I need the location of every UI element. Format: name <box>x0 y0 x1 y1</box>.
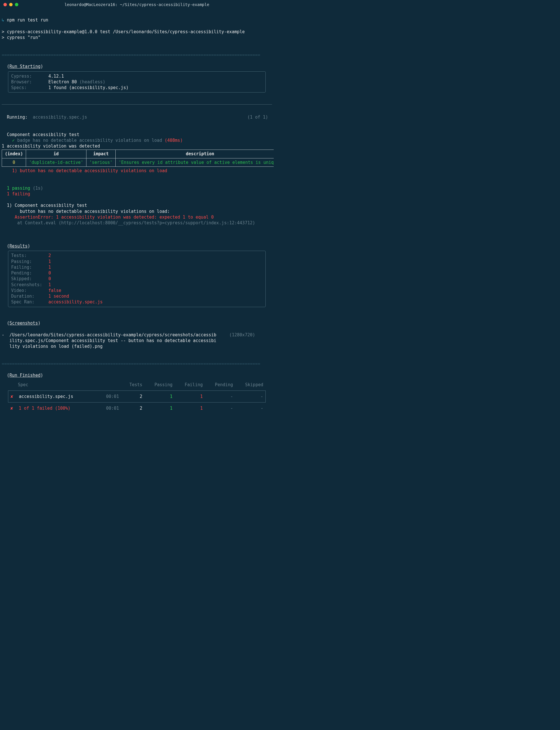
env-value: 4.12.1 <box>48 74 64 79</box>
env-label: Specs: <box>11 85 48 90</box>
summary-total-label: 1 of 1 failed (100%) <box>19 406 71 411</box>
passing-count: 1 <box>7 186 9 191</box>
stack-trace: at Context.eval (http://localhost:8000/_… <box>7 220 255 225</box>
summary-pending: - <box>205 403 235 414</box>
res-value: false <box>48 288 61 293</box>
suite-title: Component accessibility test <box>7 132 79 137</box>
env-label: Cypress: <box>11 73 48 79</box>
passing-time: (1s) <box>33 186 43 191</box>
env-note: (headless) <box>79 79 105 84</box>
summary-skipped: - <box>235 391 266 402</box>
section-results: Results <box>9 243 27 249</box>
summary-failing: 1 <box>175 391 205 402</box>
divider <box>2 104 272 105</box>
prompt-icon: ↳ <box>2 17 4 23</box>
passing-word: passing <box>12 186 30 191</box>
res-label: Video: <box>11 288 48 293</box>
cell-impact: 'serious' <box>86 158 115 166</box>
section-screenshots: Screenshots <box>9 320 38 326</box>
res-value: 1 <box>48 265 51 270</box>
running-label: Running: <box>7 115 27 120</box>
col-impact: impact <box>86 150 115 158</box>
assertion-error: AssertionError: 1 accessibility violatio… <box>7 214 214 220</box>
failing-count: 1 <box>7 191 9 196</box>
summary-skipped: - <box>235 403 266 414</box>
command-text: npm run test run <box>7 17 48 23</box>
res-label: Screenshots: <box>11 282 48 288</box>
npm-output-line: > cypress "run" <box>2 35 40 40</box>
res-label: Duration: <box>11 293 48 299</box>
failing-word: failing <box>12 191 30 196</box>
table-row: 0 'duplicate-id-active' 'serious' 'Ensur… <box>2 158 274 166</box>
running-counter: (1 of 1) <box>247 115 268 120</box>
col-spec: Spec <box>8 380 98 391</box>
summary-tests: 2 <box>121 391 145 402</box>
failure-test: button has no detectable accessibility v… <box>7 209 170 214</box>
terminal-output[interactable]: ↳ npm run test run > cypress-accessibili… <box>0 9 274 416</box>
col-time <box>98 380 121 391</box>
zoom-icon[interactable] <box>15 3 18 6</box>
res-value: 0 <box>48 276 51 281</box>
env-value: 1 found (accessibility.spec.js) <box>48 85 129 90</box>
res-value: accessibility.spec.js <box>48 299 103 304</box>
res-value: 2 <box>48 253 51 258</box>
failure-header: 1) Component accessibility test <box>7 203 87 208</box>
fail-mark-icon: ✘ <box>11 406 16 411</box>
hr-rule: ========================================… <box>2 52 260 58</box>
res-label: Tests: <box>11 253 48 258</box>
run-summary-table: Spec Tests Passing Failing Pending Skipp… <box>8 380 266 414</box>
violations-table: (index) id impact description nodes 0 'd… <box>2 149 274 167</box>
test-time: (408ms) <box>165 138 183 143</box>
results-panel: Tests:2 Passing:1 Failing:1 Pending:0 Sk… <box>8 251 266 307</box>
summary-passing: 1 <box>145 403 175 414</box>
cell-description: 'Ensures every id attribute value of act… <box>116 158 274 166</box>
res-label: Spec Ran: <box>11 299 48 305</box>
summary-row: ✘ accessibility.spec.js 00:01 2 1 1 - - <box>8 391 266 402</box>
violation-msg: 1 accessibility violation was detected <box>2 143 100 149</box>
summary-time: 00:01 <box>98 391 121 402</box>
checkmark-icon: ✓ <box>12 138 15 143</box>
res-label: Failing: <box>11 264 48 270</box>
screenshot-dims: (1280x720) <box>229 332 255 337</box>
res-value: 0 <box>48 270 51 275</box>
screenshot-path: ility.spec.js/Component accessibility te… <box>9 338 216 343</box>
section-run-finished: Run Finished <box>9 373 40 378</box>
screenshot-path: lity violations on load (failed).png <box>9 344 102 349</box>
test-passed: badge has no detectable accessibility vi… <box>17 138 162 143</box>
col-passing: Passing <box>145 380 175 391</box>
terminal-window: leonardo@MacLeozera16: ~/Sites/cypress-a… <box>0 0 274 419</box>
test-failed-item: 1) button has no detectable accessibilit… <box>12 168 167 173</box>
close-icon[interactable] <box>3 3 7 6</box>
col-pending: Pending <box>205 380 235 391</box>
summary-time: 00:01 <box>98 403 121 414</box>
cell-id: 'duplicate-id-active' <box>26 158 86 166</box>
titlebar: leonardo@MacLeozera16: ~/Sites/cypress-a… <box>0 0 274 9</box>
fail-mark-icon: ✘ <box>11 394 16 400</box>
res-label: Passing: <box>11 259 48 264</box>
window-title: leonardo@MacLeozera16: ~/Sites/cypress-a… <box>0 2 274 7</box>
summary-failing: 1 <box>175 403 205 414</box>
col-skipped: Skipped <box>235 380 266 391</box>
minimize-icon[interactable] <box>9 3 13 6</box>
hr-rule: ========================================… <box>2 361 260 367</box>
res-value: 1 second <box>48 294 69 299</box>
npm-output-line: > cypress-accessibility-example@1.0.0 te… <box>2 29 245 34</box>
summary-pending: - <box>205 391 235 402</box>
res-label: Skipped: <box>11 276 48 282</box>
summary-passing: 1 <box>145 391 175 402</box>
summary-spec: accessibility.spec.js <box>19 394 73 399</box>
col-failing: Failing <box>175 380 205 391</box>
res-label: Pending: <box>11 270 48 276</box>
col-tests: Tests <box>121 380 145 391</box>
summary-total-row: ✘ 1 of 1 failed (100%) 00:01 2 1 1 - - <box>8 403 266 414</box>
bullet: - <box>2 332 4 337</box>
col-description: description <box>116 150 274 158</box>
cell-index: 0 <box>2 158 26 166</box>
col-id: id <box>26 150 86 158</box>
env-panel: Cypress:4.12.1 Browser:Electron 80 (head… <box>8 71 266 93</box>
res-value: 1 <box>48 282 51 287</box>
screenshot-path: /Users/leonardo/Sites/cypress-accessibil… <box>9 332 216 337</box>
running-spec: accessibility.spec.js <box>33 115 87 120</box>
res-value: 1 <box>48 259 51 264</box>
summary-tests: 2 <box>121 403 145 414</box>
